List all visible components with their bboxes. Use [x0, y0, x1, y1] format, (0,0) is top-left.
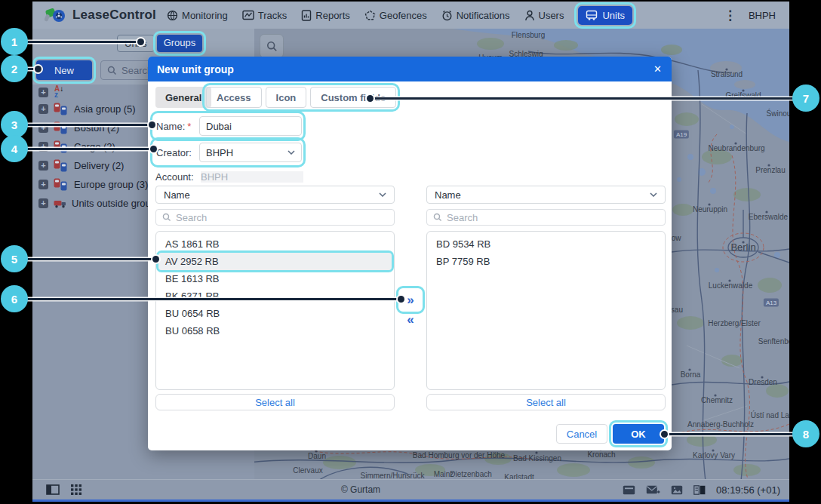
- nav-label: Tracks: [258, 10, 288, 21]
- chevron-down-icon: [650, 192, 657, 197]
- map-place-label: Prenzlau: [755, 166, 785, 174]
- expand-all-icon[interactable]: +: [38, 88, 48, 97]
- geofence-icon: [364, 10, 376, 21]
- tab-access[interactable]: Access: [206, 87, 262, 108]
- unit-list-item[interactable]: BD 9534 RB: [429, 235, 663, 253]
- unit-list-item[interactable]: BU 0658 RB: [158, 322, 392, 340]
- callout-circle-3: 3: [1, 111, 28, 138]
- move-left-button[interactable]: «: [401, 312, 420, 328]
- map-place-label: Herzberg/Elster: [708, 319, 760, 327]
- nav-item-tracks[interactable]: Tracks: [242, 10, 288, 21]
- map-place-label: Neuruppin: [693, 205, 727, 214]
- sort-select-left[interactable]: Name: [155, 186, 395, 204]
- creator-select[interactable]: BHPH: [199, 143, 302, 162]
- account-input: BHPH: [201, 171, 303, 183]
- apps-grid-icon[interactable]: [71, 484, 81, 495]
- map-place-label: Stralsund: [711, 70, 743, 78]
- leasecontrol-logo-icon: [45, 7, 67, 23]
- nav-item-users[interactable]: Users: [524, 10, 564, 21]
- cancel-button[interactable]: Cancel: [556, 424, 607, 444]
- map-place-label: Flensburg: [512, 31, 545, 39]
- tab-groups[interactable]: Groups: [157, 35, 203, 52]
- creator-field-row: Creator: BHPH: [154, 141, 302, 164]
- unit-list-item[interactable]: BK 6371 RB: [158, 287, 392, 305]
- expand-group-icon[interactable]: +: [38, 142, 48, 152]
- map-place-label: Annaberg-Buchholz: [687, 420, 754, 429]
- sort-alpha-icon[interactable]: A↓z: [54, 86, 63, 98]
- mail-icon[interactable]: [646, 485, 660, 495]
- unit-group-icon: [54, 121, 69, 134]
- unit-search-right[interactable]: Search: [426, 209, 666, 226]
- map-place-label: Borna: [681, 370, 701, 379]
- brand: LeaseControl: [32, 7, 167, 23]
- map-place-label: Dietzenbach: [450, 470, 492, 478]
- search-icon: [433, 213, 442, 222]
- tab-icon[interactable]: Icon: [266, 87, 307, 108]
- name-label: Name:: [154, 121, 185, 132]
- statusbar-left-icons: [32, 484, 81, 495]
- move-right-button[interactable]: »: [400, 290, 421, 310]
- map-place-label: Simmern/Hunsrück: [360, 472, 424, 480]
- map-place-label: Greifswald: [725, 91, 761, 100]
- expand-group-icon[interactable]: +: [38, 104, 48, 114]
- unit-group-icon: [54, 103, 69, 115]
- unit-list-item[interactable]: BE 1613 RB: [158, 270, 392, 287]
- group-name: Asia group (5): [74, 103, 136, 115]
- close-icon[interactable]: ✕: [653, 63, 672, 75]
- nav-right: ⋮ BHPH: [724, 8, 789, 23]
- account-name[interactable]: BHPH: [749, 10, 776, 21]
- map-place-label: Daun: [308, 452, 326, 460]
- account-field-row: Account: BHPH: [155, 167, 303, 186]
- kebab-menu-icon[interactable]: ⋮: [724, 8, 736, 23]
- sort-select-right[interactable]: Name: [426, 186, 666, 204]
- image-icon[interactable]: [671, 485, 683, 495]
- nav-item-units[interactable]: Units: [578, 6, 632, 25]
- chevron-down-icon: [288, 150, 295, 155]
- unit-list-item[interactable]: AS 1861 RB: [158, 235, 392, 253]
- map-search-button[interactable]: [260, 34, 284, 58]
- expand-group-icon[interactable]: +: [38, 123, 48, 133]
- stats-panel-icon[interactable]: [693, 485, 706, 495]
- sort-value: Name: [164, 189, 190, 201]
- name-input[interactable]: Dubai: [199, 116, 302, 136]
- tab-general[interactable]: General: [155, 87, 211, 108]
- select-all-right-button[interactable]: Select all: [426, 394, 666, 410]
- nav-item-notifications[interactable]: Notifications: [441, 10, 510, 21]
- clock-time: 08:19:56 (+01): [716, 484, 780, 496]
- unit-search-left[interactable]: Search: [155, 209, 395, 226]
- brand-name: LeaseControl: [72, 8, 156, 23]
- callout-circle-1: 1: [1, 28, 28, 55]
- callout-circle-5: 5: [1, 245, 28, 272]
- nav-item-monitoring[interactable]: Monitoring: [167, 10, 228, 21]
- map-place-label: Luckenwalde: [709, 281, 752, 290]
- callout-circle-4: 4: [1, 135, 28, 162]
- road-badge: A19: [674, 131, 689, 139]
- ok-button[interactable]: OK: [613, 424, 664, 444]
- group-name: Boston (2): [74, 122, 119, 134]
- selected-units-list: BD 9534 RBBP 7759 RB: [426, 231, 666, 390]
- nav-item-reports[interactable]: Reports: [301, 10, 350, 21]
- unit-list-item[interactable]: BU 0654 RB: [158, 305, 392, 322]
- new-group-button[interactable]: New: [36, 60, 92, 80]
- map-place-label: Berlin: [730, 241, 755, 253]
- card-icon[interactable]: [623, 485, 635, 495]
- expand-group-icon[interactable]: +: [38, 198, 48, 208]
- tracks-icon: [242, 10, 254, 20]
- creator-label: Creator:: [154, 147, 192, 158]
- callout-circle-2: 2: [1, 55, 28, 82]
- report-icon: [301, 10, 312, 21]
- unit-list-item[interactable]: BP 7759 RB: [429, 253, 663, 270]
- expand-group-icon[interactable]: +: [38, 180, 48, 189]
- map-place-label: Karlovy Vary: [693, 451, 735, 459]
- search-placeholder: Search: [447, 212, 478, 223]
- sort-value: Name: [435, 189, 461, 201]
- tab-custom-fields[interactable]: Custom fields: [310, 87, 396, 108]
- toggle-sidebar-icon[interactable]: [46, 484, 60, 495]
- expand-group-icon[interactable]: +: [38, 161, 48, 171]
- map-place-label: Dresden: [749, 378, 777, 386]
- nav-item-geofences[interactable]: Geofences: [364, 10, 427, 21]
- select-all-left-button[interactable]: Select all: [155, 394, 395, 410]
- unit-list-item[interactable]: AV 2952 RB: [158, 253, 392, 270]
- tab-group-secondary: Access Icon Custom fields: [206, 87, 396, 108]
- tab-units[interactable]: Units: [117, 35, 155, 52]
